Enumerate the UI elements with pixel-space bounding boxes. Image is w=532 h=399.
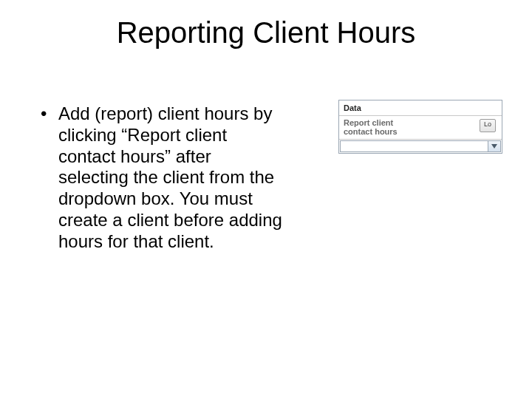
client-dropdown-input[interactable] <box>340 140 488 152</box>
client-dropdown[interactable] <box>339 139 502 153</box>
page-title: Reporting Client Hours <box>0 16 532 50</box>
label-line-1: Report client <box>344 118 393 127</box>
body-text: Add (report) client hours by clicking “R… <box>41 103 284 253</box>
dropdown-arrow-button[interactable] <box>488 140 501 152</box>
label-line-2: contact hours <box>344 127 398 136</box>
panel-header: Data <box>339 100 502 116</box>
report-hours-button[interactable]: Lo <box>480 119 496 132</box>
bullet-item: Add (report) client hours by clicking “R… <box>41 103 284 253</box>
slide: Reporting Client Hours Add (report) clie… <box>0 0 532 399</box>
report-hours-label: Report client contact hours <box>344 118 432 136</box>
data-panel: Data Report client contact hours Lo <box>338 100 502 154</box>
chevron-down-icon <box>491 144 497 149</box>
panel-body: Report client contact hours Lo <box>339 116 502 139</box>
